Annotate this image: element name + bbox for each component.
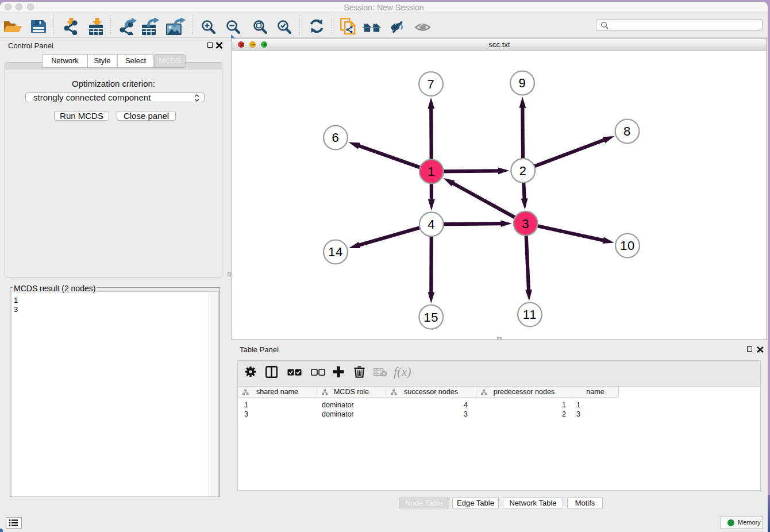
svg-text:9: 9 xyxy=(518,76,526,90)
svg-text:7: 7 xyxy=(427,77,434,91)
svg-text:2: 2 xyxy=(519,164,527,178)
svg-text:14: 14 xyxy=(328,245,343,259)
svg-text:3: 3 xyxy=(522,217,529,231)
svg-text:15: 15 xyxy=(424,310,438,325)
svg-text:10: 10 xyxy=(620,238,635,253)
svg-text:1: 1 xyxy=(428,164,435,179)
svg-text:11: 11 xyxy=(523,307,537,322)
svg-text:8: 8 xyxy=(623,124,631,138)
svg-text:6: 6 xyxy=(332,130,339,145)
svg-text:4: 4 xyxy=(428,217,435,232)
